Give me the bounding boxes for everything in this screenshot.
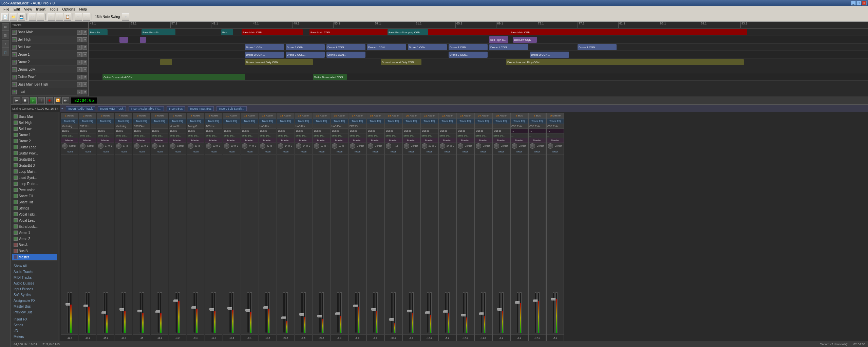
sidebar-icon-4[interactable]: 🎵 <box>2 49 9 56</box>
maximize-button[interactable]: □ <box>856 1 861 5</box>
ch-fader-track-20[interactable] <box>427 292 429 333</box>
ch-eq-5[interactable]: Track EQ <box>151 118 168 124</box>
sidebar-icon-3[interactable]: ♪ <box>2 40 9 48</box>
ch-fader-track-23[interactable] <box>481 292 483 333</box>
ch-eq-2[interactable]: Track EQ <box>97 118 114 124</box>
track-check-bell-low[interactable]: ✓ <box>12 45 17 50</box>
ch-eq-24[interactable]: Track EQ <box>493 118 510 124</box>
clip-drums-3[interactable]: Drums Low and Dirty CGN... <box>506 59 744 65</box>
ch-eq-17[interactable]: Track EQ <box>367 118 384 124</box>
mx-check-verse1[interactable] <box>14 231 18 235</box>
ch-plugin-18[interactable]: ... <box>385 124 402 129</box>
ch-fader-track-1[interactable] <box>85 292 87 333</box>
ch-pan-knob-20[interactable] <box>422 143 427 149</box>
mx-check-loop-main[interactable] <box>14 169 18 174</box>
undo-button[interactable]: ↩ <box>29 13 36 21</box>
ch-plugin-6[interactable]: Virtual Gr... <box>169 124 186 129</box>
track-row-lead[interactable]: ✓ Lead S M <box>11 88 88 96</box>
ch-eq-15[interactable]: Track EQ <box>331 118 348 124</box>
track-mute-drone2[interactable]: M <box>82 60 87 65</box>
ch-plugin-17[interactable]: ... <box>367 124 384 129</box>
clip-drone2-4[interactable]: Drone 2 CGN... <box>449 52 488 58</box>
mx-check-snare-hit[interactable] <box>14 200 18 204</box>
clip-drone1-6[interactable]: Drone 1 CGN... <box>449 44 488 50</box>
track-mute-bell-high[interactable]: M <box>82 37 87 42</box>
mixer-item-strings[interactable]: Strings <box>12 205 57 211</box>
clip-bell-low-cqn[interactable]: Bell Low CQN <box>513 37 537 43</box>
ch-touch-btn-3[interactable]: Touch <box>120 150 127 153</box>
ch-touch-btn-24[interactable]: Touch <box>498 150 505 153</box>
mx-check-bus-b[interactable] <box>14 249 18 253</box>
track-check-drone2[interactable]: ✓ <box>12 60 17 65</box>
copy-button[interactable]: ⎘ <box>56 13 63 21</box>
ch-pan-knob-6[interactable] <box>170 143 175 149</box>
clip-guitar-2[interactable]: Guitar Drumcoded CGN... <box>313 74 347 80</box>
track-mute-bass-bell[interactable]: M <box>82 82 87 87</box>
clip-drums-1[interactable]: Drums Low and Dirty CGN... <box>245 59 313 65</box>
clip-drone1-2[interactable]: Drone 1 CGN... <box>286 44 325 50</box>
ch-eq-0[interactable]: Track EQ <box>61 118 78 124</box>
menu-view[interactable]: View <box>22 6 34 12</box>
track-row-drums[interactable]: ✓ Drums Low... S M <box>11 66 88 73</box>
clip-bass-main-cqn1[interactable]: Bass Main CGN... <box>242 29 303 35</box>
track-row-drone2[interactable]: ✓ Drone 2 S M <box>11 58 88 66</box>
track-mute-guitar[interactable]: M <box>82 75 87 79</box>
clip-bell-1[interactable] <box>119 37 128 43</box>
ch-touch-btn-17[interactable]: Touch <box>372 150 379 153</box>
ch-fader-track-10[interactable] <box>247 292 249 333</box>
ch-fader-track-25[interactable] <box>517 292 519 333</box>
ch-fader-track-11[interactable] <box>265 292 267 333</box>
ch-plugin-1[interactable]: PSP Ver... <box>79 124 96 129</box>
mixer-item-verse1[interactable]: Verse 1 <box>12 230 57 236</box>
clip-bell-high-cqn[interactable]: Bell High CQN <box>489 36 508 43</box>
ch-pan-knob-14[interactable] <box>314 143 319 149</box>
track-mute-btn[interactable]: M <box>82 30 87 35</box>
mixer-item-snare-hit[interactable]: Snare Hit <box>12 199 57 205</box>
ch-fader-track-24[interactable] <box>499 292 501 333</box>
cat-meters[interactable]: Meters <box>12 333 57 339</box>
ch-fader-track-15[interactable] <box>337 292 339 333</box>
track-solo-bell-low[interactable]: S <box>77 45 82 50</box>
ch-eq-26[interactable]: Track EQ <box>529 118 546 124</box>
mx-check-extra-look[interactable] <box>14 224 18 229</box>
track-mute-bell-low[interactable]: M <box>82 45 87 50</box>
track-mute-lead[interactable]: M <box>82 90 87 94</box>
cat-preview-bus[interactable]: Preview Bus <box>12 309 57 315</box>
ch-eq-25[interactable]: Track EQ <box>511 118 528 124</box>
ch-pan-knob-1[interactable] <box>80 143 86 149</box>
ch-plugin-4[interactable]: CSR Plate <box>133 124 150 129</box>
track-solo-guitar[interactable]: S <box>77 75 82 79</box>
ch-plugin-5[interactable]: ... <box>151 124 168 129</box>
ch-eq-6[interactable]: Track EQ <box>169 118 186 124</box>
ch-fader-track-12[interactable] <box>283 292 285 333</box>
cat-insert-fx[interactable]: Insert FX <box>12 316 57 322</box>
loop-button[interactable]: 🔁 <box>54 97 61 104</box>
clip-bass-euro-snap[interactable]: Bass Euro-Snapping CGN... <box>388 29 428 35</box>
mixer-item-extra-look[interactable]: Extra Look... <box>12 223 57 230</box>
track-mute-drone1[interactable]: M <box>82 52 87 57</box>
ch-plugin-20[interactable]: ... <box>421 124 438 129</box>
ch-fader-track-5[interactable] <box>157 292 159 333</box>
track-row-bass-main[interactable]: ✓ Bass Main S M <box>11 29 88 36</box>
ch-fader-track-14[interactable] <box>319 292 321 333</box>
ch-pan-knob-27[interactable] <box>548 143 553 149</box>
track-solo-lead[interactable]: S <box>77 90 82 94</box>
cat-input-busses[interactable]: Input Busses <box>12 286 57 292</box>
ch-pan-knob-21[interactable] <box>440 143 445 149</box>
mixer-item-lead-synt[interactable]: Lead Synt... <box>12 175 57 181</box>
ch-touch-btn-21[interactable]: Touch <box>444 150 451 153</box>
ch-fader-track-22[interactable] <box>463 292 465 333</box>
mixer-item-loop-rude[interactable]: Loop Rude... <box>12 181 57 187</box>
ch-plugin-0[interactable]: Mastering... <box>61 124 78 129</box>
console-right[interactable]: + Insert Audio Track Insert MIDI Track I… <box>60 105 868 341</box>
ch-plugin-24[interactable]: ... <box>493 124 510 129</box>
menu-tools[interactable]: Tools <box>48 6 60 12</box>
track-mute-bass-main[interactable]: ✓ <box>12 30 17 35</box>
mx-check-bell-high[interactable] <box>14 121 18 125</box>
ch-touch-btn-7[interactable]: Touch <box>192 150 199 153</box>
ch-fader-track-2[interactable] <box>103 292 105 333</box>
mx-check-guitarbit1[interactable] <box>14 157 18 161</box>
ch-touch-btn-18[interactable]: Touch <box>390 150 397 153</box>
cat-soft-synths[interactable]: Soft Synths <box>12 292 57 297</box>
clip-drone1-3[interactable]: Drone 1 CGN... <box>326 44 365 50</box>
